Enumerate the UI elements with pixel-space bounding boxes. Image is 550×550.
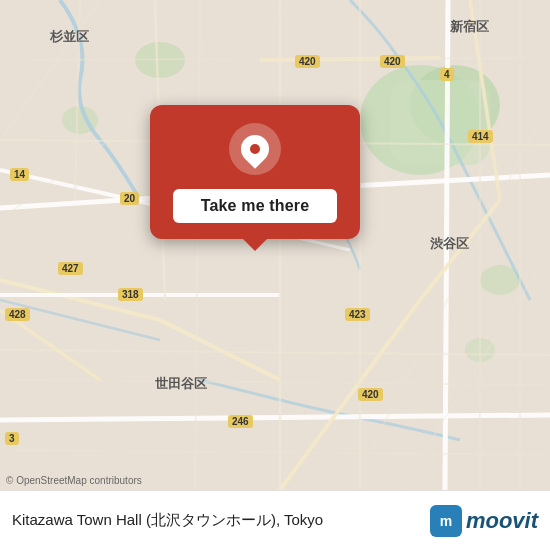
road-number-318: 318 — [118, 288, 143, 301]
road-number-427: 427 — [58, 262, 83, 275]
road-number-428: 428 — [5, 308, 30, 321]
location-pin-icon — [235, 129, 275, 169]
road-number-3: 3 — [5, 432, 19, 445]
moovit-logo: m moovit — [430, 505, 538, 537]
take-me-there-button[interactable]: Take me there — [173, 189, 338, 223]
map-svg — [0, 0, 550, 490]
map-container: 杉並区 新宿区 渋谷区 世田谷区 420 420 414 4 14 20 318… — [0, 0, 550, 490]
copyright: © OpenStreetMap contributors — [6, 475, 142, 486]
moovit-icon: m — [430, 505, 462, 537]
road-number-414: 414 — [468, 130, 493, 143]
road-number-420b: 420 — [380, 55, 405, 68]
road-number-423: 423 — [345, 308, 370, 321]
road-number-246: 246 — [228, 415, 253, 428]
road-number-14: 14 — [10, 168, 29, 181]
road-number-420c: 420 — [358, 388, 383, 401]
place-name: Kitazawa Town Hall (北沢タウンホール), Tokyo — [12, 511, 430, 530]
moovit-text: moovit — [466, 508, 538, 534]
bottom-bar: Kitazawa Town Hall (北沢タウンホール), Tokyo m m… — [0, 490, 550, 550]
popup-card: Take me there — [150, 105, 360, 239]
road-number-4: 4 — [440, 68, 454, 81]
road-number-420a: 420 — [295, 55, 320, 68]
road-number-20: 20 — [120, 192, 139, 205]
location-icon-wrapper — [229, 123, 281, 175]
